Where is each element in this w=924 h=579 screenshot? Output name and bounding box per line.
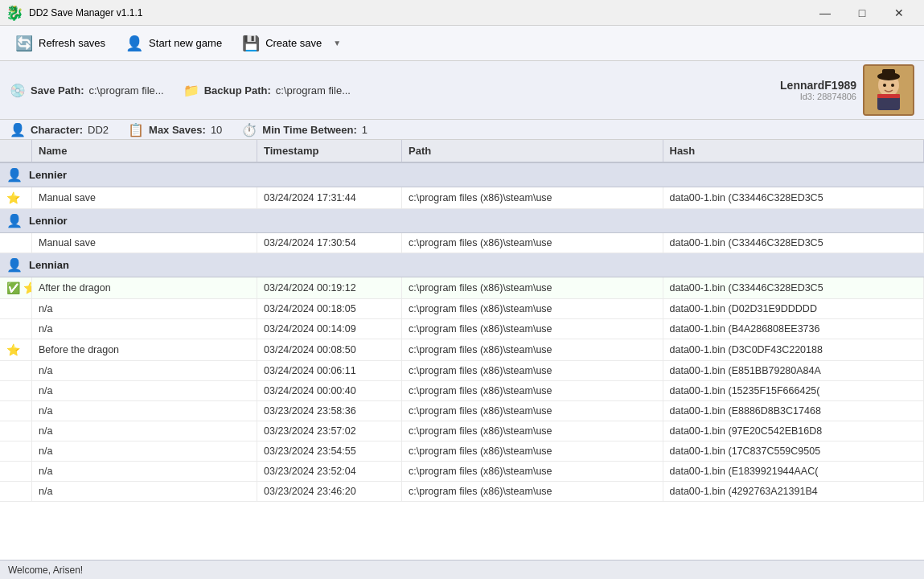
create-save-button[interactable]: 💾 Create save — [233, 31, 330, 56]
group-name: Lennier — [29, 169, 67, 181]
td-name: n/a — [32, 401, 257, 421]
td-path: c:\program files (x86)\steam\use — [402, 401, 663, 421]
table-row[interactable]: n/a 03/23/2024 23:57:02 c:\program files… — [0, 421, 924, 441]
td-hash: data00-1.bin (C33446C328ED3C5 — [663, 233, 925, 253]
table-row[interactable]: ⭐ Before the dragon 03/24/2024 00:08:50 … — [0, 339, 924, 361]
max-saves-section: 📋 Max Saves: 10 — [128, 121, 222, 138]
svg-rect-7 — [877, 94, 900, 98]
table-row[interactable]: n/a 03/24/2024 00:00:40 c:\program files… — [0, 381, 924, 401]
table-row[interactable]: n/a 03/24/2024 00:14:09 c:\program files… — [0, 319, 924, 339]
start-icon: 👤 — [125, 34, 144, 53]
character-icon: 👤 — [10, 121, 26, 138]
maximize-button[interactable]: □ — [844, 0, 881, 26]
td-path: c:\program files (x86)\steam\use — [402, 462, 663, 481]
user-card: LennardF1989 Id3: 28874806 — [780, 64, 914, 116]
td-name: Manual save — [32, 187, 257, 208]
td-hash: data00-1.bin (D3C0DF43C220188 — [663, 339, 925, 360]
title-bar: 🐉 DD2 Save Manager v1.1.1 — □ ✕ — [0, 0, 924, 26]
td-timestamp: 03/23/2024 23:52:04 — [257, 462, 402, 481]
table-row[interactable]: n/a 03/23/2024 23:58:36 c:\program files… — [0, 401, 924, 421]
td-icons — [0, 482, 32, 501]
td-icons: ⭐ — [0, 339, 32, 360]
th-path[interactable]: Path — [402, 140, 663, 162]
table-row[interactable]: ⭐ Manual save 03/24/2024 17:31:44 c:\pro… — [0, 187, 924, 209]
td-timestamp: 03/23/2024 23:54:55 — [257, 441, 402, 461]
td-path: c:\program files (x86)\steam\use — [402, 482, 663, 501]
td-path: c:\program files (x86)\steam\use — [402, 361, 663, 380]
group-icon: 👤 — [6, 167, 23, 183]
td-path: c:\program files (x86)\steam\use — [402, 441, 663, 461]
avatar-svg — [864, 66, 913, 114]
td-timestamp: 03/23/2024 23:46:20 — [257, 482, 402, 501]
td-name: n/a — [32, 462, 257, 481]
svg-rect-4 — [882, 69, 895, 77]
td-timestamp: 03/24/2024 17:31:44 — [257, 187, 402, 208]
td-icons — [0, 299, 32, 318]
td-name: n/a — [32, 319, 257, 339]
table-row[interactable]: Manual save 03/24/2024 17:30:54 c:\progr… — [0, 233, 924, 253]
td-timestamp: 03/24/2024 00:19:12 — [257, 277, 402, 298]
td-hash: data00-1.bin (97E20C542EB16D8 — [663, 421, 925, 441]
save-path-section: 💿 Save Path: c:\program file... — [10, 82, 164, 98]
td-name: n/a — [32, 299, 257, 318]
table-row[interactable]: n/a 03/24/2024 00:06:11 c:\program files… — [0, 361, 924, 381]
max-saves-label: Max Saves: — [149, 124, 206, 136]
user-id: Id3: 28874806 — [780, 92, 856, 101]
min-time-value: 1 — [362, 124, 368, 136]
user-avatar — [863, 64, 914, 116]
start-label: Start new game — [149, 37, 222, 49]
td-path: c:\program files (x86)\steam\use — [402, 319, 663, 339]
td-name: n/a — [32, 482, 257, 501]
td-icons: ✅⭐ — [0, 277, 32, 298]
table-row[interactable]: ✅⭐ After the dragon 03/24/2024 00:19:12 … — [0, 277, 924, 299]
td-path: c:\program files (x86)\steam\use — [402, 421, 663, 441]
table-row[interactable]: n/a 03/23/2024 23:52:04 c:\program files… — [0, 462, 924, 482]
td-hash: data00-1.bin (17C837C559C9505 — [663, 441, 925, 461]
td-path: c:\program files (x86)\steam\use — [402, 339, 663, 360]
table-header: Name Timestamp Path Hash — [0, 140, 924, 163]
table-row[interactable]: n/a 03/24/2024 00:18:05 c:\program files… — [0, 299, 924, 319]
td-icons — [0, 233, 32, 253]
table-body: 👤Lennier ⭐ Manual save 03/24/2024 17:31:… — [0, 163, 924, 560]
td-icons — [0, 319, 32, 339]
table-row[interactable]: n/a 03/23/2024 23:46:20 c:\program files… — [0, 482, 924, 502]
td-hash: data00-1.bin (E1839921944AAC( — [663, 462, 925, 481]
td-icons — [0, 421, 32, 441]
create-label: Create save — [265, 37, 322, 49]
td-timestamp: 03/24/2024 00:06:11 — [257, 361, 402, 380]
group-header: 👤Lennian — [0, 253, 924, 277]
td-name: Before the dragon — [32, 339, 257, 360]
user-info: LennardF1989 Id3: 28874806 — [780, 79, 856, 101]
svg-point-6 — [891, 84, 894, 87]
th-timestamp[interactable]: Timestamp — [257, 140, 402, 162]
dropdown-arrow[interactable]: ▼ — [333, 39, 341, 47]
refresh-saves-button[interactable]: 🔄 Refresh saves — [6, 31, 113, 56]
td-timestamp: 03/24/2024 00:00:40 — [257, 381, 402, 400]
td-icons — [0, 441, 32, 461]
close-button[interactable]: ✕ — [881, 0, 918, 26]
td-name: Manual save — [32, 233, 257, 253]
min-time-section: ⏱️ Min Time Between: 1 — [241, 121, 368, 138]
star-icon: ⭐ — [23, 281, 32, 294]
minimize-button[interactable]: — — [807, 0, 844, 26]
td-path: c:\program files (x86)\steam\use — [402, 299, 663, 318]
th-hash[interactable]: Hash — [663, 140, 925, 162]
save-path-label: Save Path: — [31, 84, 84, 96]
create-icon: 💾 — [241, 34, 261, 53]
td-path: c:\program files (x86)\steam\use — [402, 187, 663, 208]
td-timestamp: 03/24/2024 17:30:54 — [257, 233, 402, 253]
table-row[interactable]: n/a 03/23/2024 23:54:55 c:\program files… — [0, 441, 924, 462]
group-name: Lennior — [29, 215, 68, 227]
th-icons — [0, 140, 32, 162]
group-icon: 👤 — [6, 213, 23, 228]
steam-icon: 💿 — [10, 82, 26, 98]
td-icons — [0, 462, 32, 481]
start-new-game-button[interactable]: 👤 Start new game — [117, 31, 230, 56]
td-hash: data00-1.bin (15235F15F666425( — [663, 381, 925, 400]
star-icon: ⭐ — [6, 191, 20, 204]
td-hash: data00-1.bin (B4A286808EE3736 — [663, 319, 925, 339]
group-header: 👤Lennier — [0, 163, 924, 187]
th-name[interactable]: Name — [32, 140, 257, 162]
user-name: LennardF1989 — [780, 79, 856, 92]
td-icons — [0, 381, 32, 400]
